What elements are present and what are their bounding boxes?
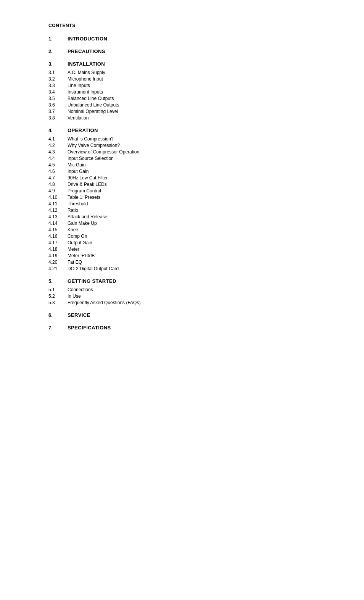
- subsection-title: Mic Gain: [68, 162, 85, 168]
- main-entry-3: 4.OPERATION: [48, 127, 316, 133]
- subsection-number: 4.16: [48, 234, 68, 239]
- subsection-title: 90Hz Low Cut Filter: [68, 175, 108, 181]
- sub-entry-3-16: 4.17Output Gain: [48, 240, 316, 245]
- sub-entry-3-11: 4.12Ratio: [48, 208, 316, 213]
- subsection-title: Program Control: [68, 188, 101, 194]
- subsection-title: Meter: [68, 247, 79, 252]
- subsection-title: Meter '+10dB': [68, 253, 96, 258]
- subsection-title: Output Gain: [68, 240, 92, 245]
- main-entry-2: 3.INSTALLATION: [48, 61, 316, 67]
- subsection-title: Microphone Input: [68, 76, 103, 82]
- subsection-title: Connections: [68, 287, 93, 292]
- sub-entry-4-2: 5.3Frequently Asked Questions (FAQs): [48, 300, 316, 305]
- subsection-number: 3.4: [48, 89, 68, 95]
- section-title: SPECIFICATIONS: [68, 325, 111, 331]
- sub-entry-3-6: 4.790Hz Low Cut Filter: [48, 175, 316, 181]
- subsection-title: In Use: [68, 294, 81, 299]
- subsection-title: Threshold: [68, 201, 88, 206]
- section-5: 5.GETTING STARTED5.1Connections5.2In Use…: [48, 278, 316, 305]
- section-6: 6.SERVICE: [48, 312, 316, 318]
- section-title: OPERATION: [68, 127, 98, 133]
- subsection-title: Balanced Line Outputs: [68, 96, 114, 101]
- main-entry-6: 7.SPECIFICATIONS: [48, 325, 316, 331]
- section-number: 4.: [48, 127, 68, 133]
- sub-entry-3-20: 4.21DO-2 Digital Output Card: [48, 266, 316, 271]
- subsection-number: 4.9: [48, 188, 68, 194]
- toc-header: CONTENTS: [48, 23, 316, 28]
- subsection-title: Nominal Operating Level: [68, 109, 118, 114]
- subsection-title: Input Source Selection: [68, 156, 114, 161]
- sub-entry-3-1: 4.2Why Valve Compression?: [48, 143, 316, 148]
- subsection-number: 4.18: [48, 247, 68, 252]
- subsection-title: What is Compression?: [68, 136, 114, 142]
- subsection-number: 3.6: [48, 102, 68, 108]
- subsection-title: Unbalanced Line Outputs: [68, 102, 119, 108]
- subsection-number: 4.8: [48, 182, 68, 187]
- main-entry-4: 5.GETTING STARTED: [48, 278, 316, 284]
- section-title: INTRODUCTION: [68, 36, 107, 42]
- subsection-number: 4.1: [48, 136, 68, 142]
- sub-entry-4-1: 5.2In Use: [48, 294, 316, 299]
- subsection-number: 4.15: [48, 227, 68, 232]
- sub-entry-3-8: 4.9Program Control: [48, 188, 316, 194]
- subsection-number: 4.6: [48, 169, 68, 174]
- sub-entry-3-2: 4.3Overview of Compressor Operation: [48, 149, 316, 155]
- sub-entry-3-4: 4.5Mic Gain: [48, 162, 316, 168]
- sub-entry-3-17: 4.18Meter: [48, 247, 316, 252]
- sub-entry-2-4: 3.5Balanced Line Outputs: [48, 96, 316, 101]
- subsection-number: 4.14: [48, 221, 68, 226]
- subsection-number: 4.7: [48, 175, 68, 181]
- subsection-number: 3.1: [48, 70, 68, 75]
- sub-entry-3-3: 4.4Input Source Selection: [48, 156, 316, 161]
- subsection-number: 4.17: [48, 240, 68, 245]
- subsection-title: Fat EQ: [68, 260, 82, 265]
- subsection-number: 4.10: [48, 195, 68, 200]
- subsection-number: 4.4: [48, 156, 68, 161]
- sub-entry-3-13: 4.14Gain Make Up: [48, 221, 316, 226]
- section-number: 5.: [48, 278, 68, 284]
- subsection-title: Table 1: Presets: [68, 195, 100, 200]
- subsection-number: 3.2: [48, 76, 68, 82]
- subsection-title: Knee: [68, 227, 78, 232]
- subsection-number: 4.21: [48, 266, 68, 271]
- sub-entry-3-7: 4.8Drive & Peak LEDs: [48, 182, 316, 187]
- section-3: 3.INSTALLATION3.1A.C. Mains Supply3.2Mic…: [48, 61, 316, 121]
- sub-entry-2-1: 3.2Microphone Input: [48, 76, 316, 82]
- sub-entry-3-9: 4.10Table 1: Presets: [48, 195, 316, 200]
- sub-entry-3-12: 4.13Attack and Release: [48, 214, 316, 219]
- sub-entry-3-10: 4.11Threshold: [48, 201, 316, 206]
- sub-entry-3-19: 4.20Fat EQ: [48, 260, 316, 265]
- subsection-number: 4.20: [48, 260, 68, 265]
- section-number: 6.: [48, 312, 68, 318]
- sub-entry-3-14: 4.15Knee: [48, 227, 316, 232]
- subsection-number: 3.3: [48, 83, 68, 88]
- subsection-title: Drive & Peak LEDs: [68, 182, 107, 187]
- subsection-number: 4.3: [48, 149, 68, 155]
- subsection-title: A.C. Mains Supply: [68, 70, 105, 75]
- sub-entry-2-0: 3.1A.C. Mains Supply: [48, 70, 316, 75]
- subsection-title: Gain Make Up: [68, 221, 97, 226]
- sub-entry-2-2: 3.3Line Inputs: [48, 83, 316, 88]
- sub-entry-2-3: 3.4Instrument Inputs: [48, 89, 316, 95]
- section-title: GETTING STARTED: [68, 278, 116, 284]
- main-entry-1: 2.PRECAUTIONS: [48, 48, 316, 54]
- subsection-title: Ratio: [68, 208, 78, 213]
- subsection-number: 4.12: [48, 208, 68, 213]
- subsection-title: Overview of Compressor Operation: [68, 149, 139, 155]
- subsection-title: Input Gain: [68, 169, 89, 174]
- subsection-title: Line Inputs: [68, 83, 90, 88]
- sub-entry-2-5: 3.6Unbalanced Line Outputs: [48, 102, 316, 108]
- subsection-number: 5.2: [48, 294, 68, 299]
- section-number: 2.: [48, 48, 68, 54]
- subsection-number: 5.1: [48, 287, 68, 292]
- sub-entry-4-0: 5.1Connections: [48, 287, 316, 292]
- subsection-title: Comp On: [68, 234, 87, 239]
- sub-entry-3-18: 4.19Meter '+10dB': [48, 253, 316, 258]
- section-title: PRECAUTIONS: [68, 48, 105, 54]
- section-title: SERVICE: [68, 312, 90, 318]
- sub-entry-2-7: 3.8Ventilation: [48, 115, 316, 121]
- sub-entry-3-15: 4.16Comp On: [48, 234, 316, 239]
- subsection-number: 3.7: [48, 109, 68, 114]
- subsection-number: 4.19: [48, 253, 68, 258]
- sub-entry-2-6: 3.7Nominal Operating Level: [48, 109, 316, 114]
